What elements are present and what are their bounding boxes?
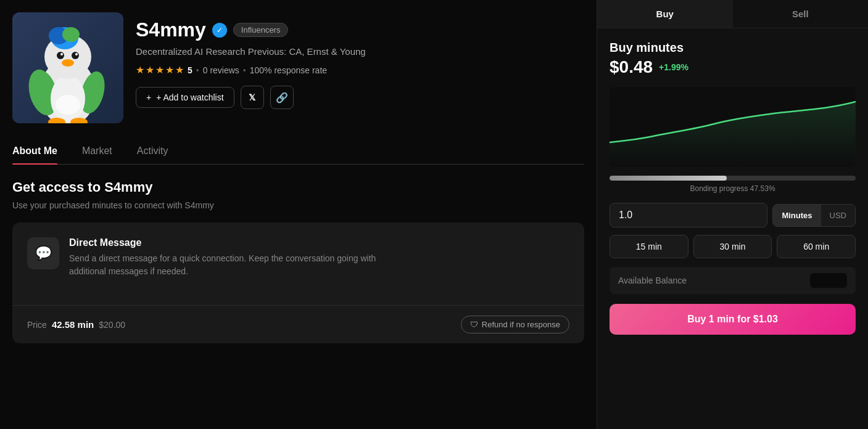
- amount-input-row: Minutes USD: [610, 203, 856, 227]
- refund-button[interactable]: 🛡 Refund if no response: [461, 316, 569, 333]
- profile-info: S4mmy ✓ Influencers Decentralized AI Res…: [136, 12, 584, 109]
- profile-tabs: About Me Market Activity: [12, 138, 584, 165]
- trade-tabs: Buy Sell: [597, 0, 868, 28]
- dot-2: •: [243, 65, 246, 75]
- star-5: ★: [175, 64, 184, 76]
- 60min-button[interactable]: 60 min: [777, 235, 856, 258]
- twitter-x-button[interactable]: 𝕏: [241, 86, 264, 109]
- minutes-unit-button[interactable]: Minutes: [773, 205, 820, 226]
- price-change: +1.99%: [659, 62, 688, 72]
- price-row: $0.48 +1.99%: [610, 57, 856, 77]
- service-icon: 💬: [27, 237, 59, 269]
- service-content: Direct Message Send a direct message for…: [69, 237, 569, 278]
- bonding-progress: Bonding progress 47.53%: [610, 176, 856, 193]
- price-usd: $20.00: [99, 320, 125, 330]
- access-title: Get access to S4mmy: [12, 179, 584, 195]
- chat-icon: 💬: [35, 245, 52, 261]
- rating-number: 5: [188, 65, 192, 75]
- service-card-inner: 💬 Direct Message Send a direct message f…: [12, 223, 584, 293]
- avatar: [12, 12, 123, 123]
- access-subtitle: Use your purchased minutes to connect wi…: [12, 200, 584, 210]
- balance-row: Available Balance: [610, 267, 856, 294]
- star-4: ★: [165, 64, 174, 76]
- 15min-button[interactable]: 15 min: [610, 235, 688, 258]
- price-minutes: 42.58 min: [52, 319, 94, 330]
- stars-row: ★ ★ ★ ★ ★ 5 • 0 reviews • 100% response …: [136, 64, 584, 76]
- tab-market[interactable]: Market: [82, 138, 112, 164]
- price-chart: [610, 87, 856, 167]
- svg-point-10: [72, 52, 79, 59]
- profile-bio: Decentralized AI Research Previous: CA, …: [136, 46, 584, 57]
- amount-input[interactable]: [610, 203, 767, 227]
- left-panel: S4mmy ✓ Influencers Decentralized AI Res…: [0, 0, 597, 429]
- reviews-count: 0 reviews: [203, 65, 239, 75]
- dot-1: •: [196, 65, 199, 75]
- name-row: S4mmy ✓ Influencers: [136, 18, 584, 41]
- response-rate: 100% response rate: [250, 65, 327, 75]
- star-2: ★: [146, 64, 154, 76]
- svg-point-12: [75, 53, 78, 55]
- buy-button[interactable]: Buy 1 min for $1.03: [610, 304, 856, 335]
- profile-name: S4mmy: [136, 18, 206, 41]
- service-title: Direct Message: [69, 237, 569, 248]
- trade-content: Buy minutes $0.48 +1.99%: [597, 28, 868, 429]
- price-label: Price: [27, 320, 47, 330]
- svg-point-13: [62, 59, 74, 67]
- svg-point-9: [57, 52, 64, 59]
- action-row: + + Add to watchlist 𝕏 🔗: [136, 86, 584, 109]
- buy-tab[interactable]: Buy: [597, 0, 733, 28]
- verified-icon: ✓: [212, 23, 227, 38]
- star-3: ★: [155, 64, 164, 76]
- card-footer: Price 42.58 min $20.00 🛡 Refund if no re…: [12, 305, 584, 343]
- balance-value: [810, 273, 847, 288]
- svg-point-8: [62, 27, 80, 42]
- quick-select: 15 min 30 min 60 min: [610, 235, 856, 258]
- service-card: 💬 Direct Message Send a direct message f…: [12, 223, 584, 343]
- influencers-badge: Influencers: [233, 23, 289, 37]
- sell-tab[interactable]: Sell: [733, 0, 869, 28]
- progress-bar-fill: [610, 176, 727, 181]
- progress-bar-bg: [610, 176, 856, 181]
- tab-activity[interactable]: Activity: [137, 138, 168, 164]
- price-info: Price 42.58 min $20.00: [27, 319, 125, 330]
- plus-icon: +: [146, 92, 151, 102]
- add-to-watchlist-button[interactable]: + + Add to watchlist: [136, 87, 234, 108]
- service-desc: Send a direct message for a quick connec…: [69, 252, 408, 278]
- service-card-top: 💬 Direct Message Send a direct message f…: [27, 237, 569, 278]
- progress-label: Bonding progress 47.53%: [610, 184, 856, 193]
- usd-unit-button[interactable]: USD: [821, 205, 855, 226]
- twitter-x-icon: 𝕏: [249, 92, 255, 102]
- 30min-button[interactable]: 30 min: [693, 235, 772, 258]
- current-price: $0.48: [610, 57, 653, 77]
- link-button[interactable]: 🔗: [270, 86, 294, 109]
- svg-point-16: [56, 95, 80, 115]
- unit-toggle: Minutes USD: [772, 204, 856, 227]
- tab-about-me[interactable]: About Me: [12, 138, 57, 164]
- buy-title: Buy minutes: [610, 41, 856, 55]
- link-icon: 🔗: [276, 92, 288, 104]
- shield-icon: 🛡: [470, 320, 478, 329]
- star-rating: ★ ★ ★ ★ ★: [136, 64, 184, 76]
- content-area: Get access to S4mmy Use your purchased m…: [12, 179, 584, 343]
- svg-point-11: [60, 53, 63, 55]
- profile-header: S4mmy ✓ Influencers Decentralized AI Res…: [12, 12, 584, 123]
- right-panel: Buy Sell Buy minutes $0.48 +1.99%: [597, 0, 868, 429]
- star-1: ★: [136, 64, 144, 76]
- balance-label: Available Balance: [618, 276, 687, 285]
